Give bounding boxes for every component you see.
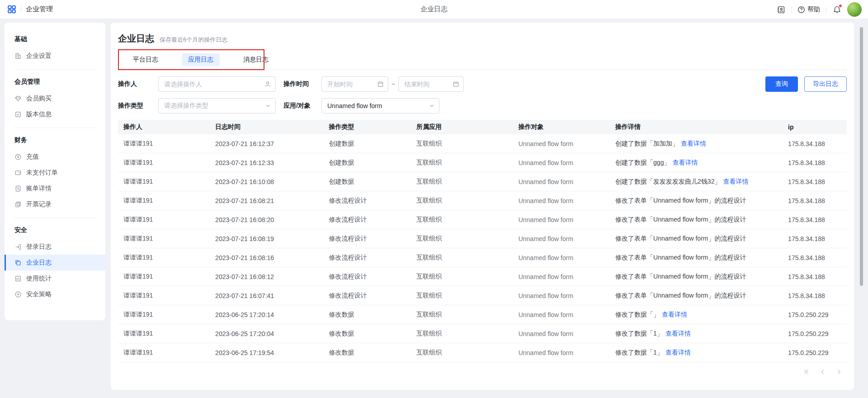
cell-operation-detail: 修改了表单「Unnamed flow form」的流程设计 — [610, 197, 783, 205]
view-detail-link[interactable]: 查看详情 — [665, 330, 691, 337]
log-table: 操作人 日志时间 操作类型 所属应用 操作对象 操作详情 ip 谭谭谭191 2… — [118, 120, 847, 362]
sidebar-item-bill-details[interactable]: 账单详情 — [5, 180, 105, 196]
operator-label: 操作人 — [118, 80, 158, 88]
cell-ip: 175.8.34.188 — [783, 292, 847, 299]
cell-operation-object: Unnamed flow form — [513, 178, 610, 185]
search-button[interactable]: 查询 — [765, 76, 798, 92]
first-page-icon[interactable] — [803, 369, 810, 375]
sidebar-item-security-policy[interactable]: 安全策略 — [5, 286, 105, 302]
sidebar-item-label: 安全策略 — [26, 290, 52, 298]
sidebar-section-security: 安全 — [5, 223, 105, 239]
cell-operation-type: 修改流程设计 — [324, 273, 411, 281]
tab-app-log[interactable]: 应用日志 — [173, 49, 228, 70]
time-label: 操作时间 — [283, 80, 321, 88]
help-icon — [797, 6, 805, 14]
avatar[interactable] — [847, 2, 862, 17]
sidebar-item-label: 会员购买 — [26, 95, 52, 103]
view-detail-link[interactable]: 查看详情 — [665, 349, 691, 356]
next-page-icon[interactable] — [836, 369, 842, 375]
view-detail-link[interactable]: 查看详情 — [723, 178, 748, 185]
cell-operation-type: 修改数据 — [324, 311, 411, 319]
start-time-input[interactable] — [322, 77, 388, 91]
sidebar-item-label: 使用统计 — [26, 275, 52, 283]
sidebar-item-label: 账单详情 — [26, 185, 52, 193]
cell-operation-type: 修改数据 — [324, 349, 411, 357]
range-separator: ~ — [392, 81, 395, 88]
sidebar-item-invoice-records[interactable]: 开票记录 — [5, 196, 105, 212]
sidebar-item-member-purchase[interactable]: 会员购买 — [5, 90, 105, 106]
table-row: 谭谭谭191 2023-07-21 16:08:19 修改流程设计 互联组织 U… — [118, 229, 847, 248]
end-time-input[interactable] — [399, 77, 463, 91]
view-detail-link[interactable]: 查看详情 — [672, 159, 698, 166]
help-button[interactable]: 帮助 — [797, 5, 820, 14]
start-time-field[interactable] — [321, 76, 388, 92]
operator-select-field[interactable] — [158, 76, 276, 92]
cell-ip: 175.0.250.229 — [783, 349, 847, 356]
cell-operator: 谭谭谭191 — [118, 254, 210, 262]
cell-owning-app: 互联组织 — [411, 311, 513, 319]
type-select[interactable]: 请选择操作类型 — [158, 98, 276, 114]
sidebar-item-company-settings[interactable]: 企业设置 — [5, 48, 105, 64]
cell-operation-type: 修改数据 — [324, 330, 411, 338]
table-header-row: 操作人 日志时间 操作类型 所属应用 操作对象 操作详情 ip — [118, 120, 847, 134]
export-log-button[interactable]: 导出日志 — [804, 76, 847, 92]
col-ip: ip — [783, 123, 847, 131]
cell-log-time: 2023-06-25 17:19:54 — [210, 349, 323, 356]
sidebar-section-finance: 财务 — [5, 133, 105, 149]
col-operation-object: 操作对象 — [513, 123, 610, 131]
cell-ip: 175.0.250.229 — [783, 311, 847, 318]
cell-owning-app: 互联组织 — [411, 216, 513, 224]
cell-ip: 175.8.34.188 — [783, 235, 847, 242]
table-row: 谭谭谭191 2023-07-21 16:08:21 修改流程设计 互联组织 U… — [118, 191, 847, 210]
operator-input[interactable] — [159, 77, 275, 91]
contact-book-icon[interactable] — [776, 5, 785, 14]
sidebar: 基础 企业设置 会员管理 会员购买 版本信息 财务 充值 未支付订单 — [5, 23, 105, 320]
cell-operation-object: Unnamed flow form — [513, 235, 610, 242]
tab-platform-log[interactable]: 平台日志 — [118, 49, 173, 70]
cell-owning-app: 互联组织 — [411, 197, 513, 205]
cell-log-time: 2023-07-21 16:12:33 — [210, 159, 323, 166]
cell-log-time: 2023-06-25 17:20:04 — [210, 330, 323, 337]
cell-ip: 175.8.34.188 — [783, 178, 847, 185]
type-label: 操作类型 — [118, 102, 158, 110]
cell-operation-detail: 修改了表单「Unnamed flow form」的流程设计 — [610, 254, 783, 262]
page-scrollbar[interactable] — [860, 27, 863, 286]
table-row: 谭谭谭191 2023-07-21 16:08:12 修改流程设计 互联组织 U… — [118, 267, 847, 286]
cell-operator: 谭谭谭191 — [118, 330, 210, 338]
cell-operation-detail: 创建了数据「加加加」查看详情 — [610, 140, 783, 148]
cell-operation-detail: 创建了数据「发发发发发曲儿2钱32」查看详情 — [610, 178, 783, 186]
prev-page-icon[interactable] — [820, 369, 826, 375]
sidebar-item-unpaid-orders[interactable]: 未支付订单 — [5, 165, 105, 180]
end-time-field[interactable] — [398, 76, 464, 92]
table-row: 谭谭谭191 2023-07-21 16:10:08 创建数据 互联组织 Unn… — [118, 172, 847, 191]
col-log-time: 日志时间 — [210, 123, 323, 131]
cell-operation-type: 创建数据 — [324, 159, 411, 167]
cell-ip: 175.0.250.229 — [783, 330, 847, 337]
notification-bell-icon[interactable] — [832, 5, 841, 14]
view-detail-link[interactable]: 查看详情 — [681, 140, 706, 147]
tab-message-log[interactable]: 消息日志 — [228, 49, 283, 70]
building-icon — [14, 52, 22, 60]
divider — [21, 6, 21, 13]
sidebar-item-login-log[interactable]: 登录日志 — [5, 239, 105, 255]
cell-operation-detail: 修改了数据「1」查看详情 — [610, 330, 783, 338]
sidebar-item-label: 企业设置 — [26, 52, 52, 60]
sidebar-item-usage-stats[interactable]: 使用统计 — [5, 270, 105, 286]
apps-grid-icon[interactable] — [7, 5, 16, 14]
table-row: 谭谭谭191 2023-07-21 16:08:20 修改流程设计 互联组织 U… — [118, 210, 847, 229]
table-row: 谭谭谭191 2023-07-21 16:12:33 创建数据 互联组织 Unn… — [118, 153, 847, 172]
sidebar-item-recharge[interactable]: 充值 — [5, 149, 105, 165]
view-detail-link[interactable]: 查看详情 — [662, 311, 687, 318]
cell-operation-detail: 修改了表单「Unnamed flow form」的流程设计 — [610, 273, 783, 281]
page-subtitle: 保存最近6个月的操作日志 — [160, 36, 227, 44]
table-row: 谭谭谭191 2023-06-25 17:20:04 修改数据 互联组织 Unn… — [118, 324, 847, 343]
cell-ip: 175.8.34.188 — [783, 197, 847, 204]
sidebar-item-label: 充值 — [26, 153, 39, 161]
top-header: 企业管理 企业日志 帮助 — [0, 0, 868, 19]
cell-owning-app: 互联组织 — [411, 254, 513, 262]
sidebar-item-enterprise-log[interactable]: 企业日志 — [5, 255, 105, 270]
table-row: 谭谭谭191 2023-07-21 16:12:37 创建数据 互联组织 Unn… — [118, 134, 847, 153]
sidebar-item-version-info[interactable]: 版本信息 — [5, 106, 105, 122]
cell-operation-detail: 修改了表单「Unnamed flow form」的流程设计 — [610, 216, 783, 224]
app-object-select[interactable]: Unnamed flow form — [321, 98, 439, 114]
